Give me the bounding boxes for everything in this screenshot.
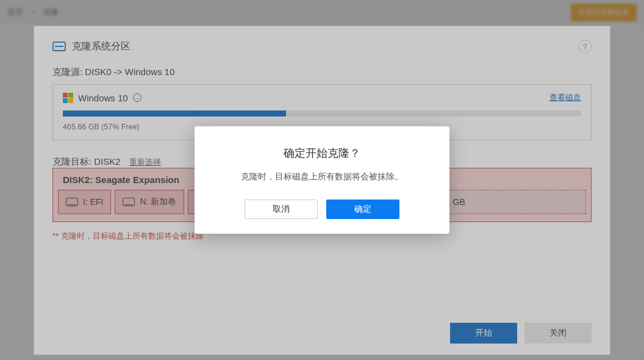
confirm-dialog: 确定开始克隆？ 克隆时，目标磁盘上所有数据将会被抹除。 取消 确定	[195, 126, 449, 234]
cancel-button[interactable]: 取消	[245, 200, 318, 219]
confirm-overlay: 确定开始克隆？ 克隆时，目标磁盘上所有数据将会被抹除。 取消 确定	[0, 0, 644, 360]
confirm-message: 克隆时，目标磁盘上所有数据将会被抹除。	[210, 171, 434, 182]
confirm-title: 确定开始克隆？	[210, 146, 434, 160]
ok-button[interactable]: 确定	[326, 200, 399, 219]
